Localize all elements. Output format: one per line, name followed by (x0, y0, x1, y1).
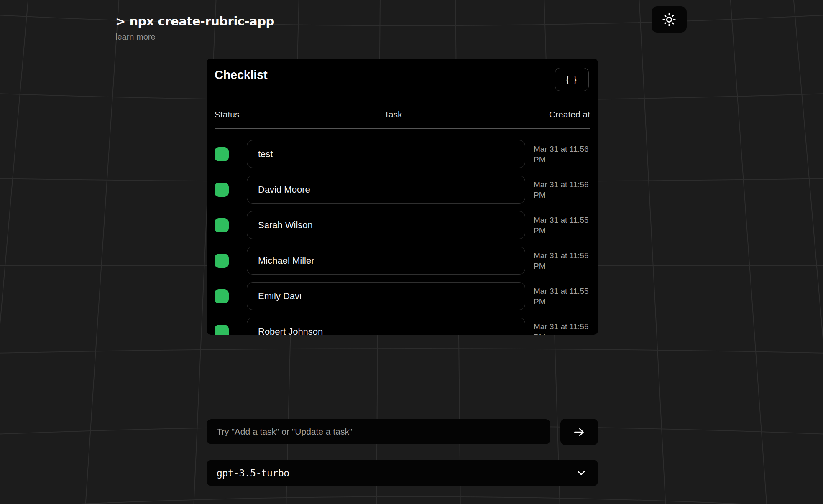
task-row: David Moore Mar 31 at 11:56 PM (207, 172, 598, 207)
app-title: > npx create-rubric-app (115, 14, 274, 28)
chevron-down-icon (575, 467, 587, 479)
task-row: Michael Miller Mar 31 at 11:55 PM (207, 243, 598, 278)
task-row: Sarah Wilson Mar 31 at 11:55 PM (207, 207, 598, 243)
task-status-checkbox[interactable] (215, 254, 229, 268)
task-input[interactable]: David Moore (247, 176, 525, 204)
theme-toggle-button[interactable] (652, 6, 687, 33)
model-select-value: gpt-3.5-turbo (217, 468, 289, 479)
header-divider (215, 128, 590, 129)
task-label: Emily Davi (258, 291, 302, 302)
task-status-checkbox[interactable] (215, 218, 229, 232)
task-created-at: Mar 31 at 11:56 PM (534, 179, 593, 200)
task-status-checkbox[interactable] (215, 289, 229, 303)
task-input[interactable]: Michael Miller (247, 247, 525, 275)
model-select[interactable]: gpt-3.5-turbo (207, 460, 598, 486)
task-input[interactable]: Sarah Wilson (247, 211, 525, 239)
json-view-button[interactable]: { } (555, 68, 589, 91)
task-label: Sarah Wilson (258, 220, 313, 231)
task-row: Robert Johnson Mar 31 at 11:55 PM (207, 314, 598, 335)
checklist-title: Checklist (215, 68, 267, 82)
checklist-card: Checklist { } Status Task Created at tes… (207, 59, 598, 335)
task-list: test Mar 31 at 11:56 PM David Moore Mar … (207, 136, 598, 335)
task-input[interactable]: Robert Johnson (247, 318, 525, 335)
arrow-right-icon (573, 425, 586, 439)
column-status: Status (215, 109, 240, 120)
column-created-at: Created at (549, 109, 590, 120)
prompt-input[interactable] (207, 419, 550, 444)
task-status-checkbox[interactable] (215, 147, 229, 161)
task-input[interactable]: test (247, 140, 525, 168)
table-header: Status Task Created at (207, 109, 598, 120)
prompt-submit-button[interactable] (560, 419, 598, 445)
learn-more-link[interactable]: learn more (115, 32, 156, 42)
task-created-at: Mar 31 at 11:56 PM (534, 144, 593, 165)
task-created-at: Mar 31 at 11:55 PM (534, 321, 593, 335)
task-input[interactable]: Emily Davi (247, 282, 525, 310)
task-created-at: Mar 31 at 11:55 PM (534, 250, 593, 271)
task-created-at: Mar 31 at 11:55 PM (534, 286, 593, 307)
sun-icon (662, 13, 676, 27)
column-task: Task (247, 109, 539, 120)
task-label: Robert Johnson (258, 326, 323, 335)
task-label: Michael Miller (258, 255, 314, 266)
task-row: Emily Davi Mar 31 at 11:55 PM (207, 278, 598, 314)
task-label: David Moore (258, 184, 310, 195)
brand: > npx create-rubric-app learn more (115, 14, 274, 42)
task-row: test Mar 31 at 11:56 PM (207, 136, 598, 172)
task-label: test (258, 149, 273, 160)
task-status-checkbox[interactable] (215, 325, 229, 335)
task-created-at: Mar 31 at 11:55 PM (534, 215, 593, 236)
task-status-checkbox[interactable] (215, 183, 229, 197)
